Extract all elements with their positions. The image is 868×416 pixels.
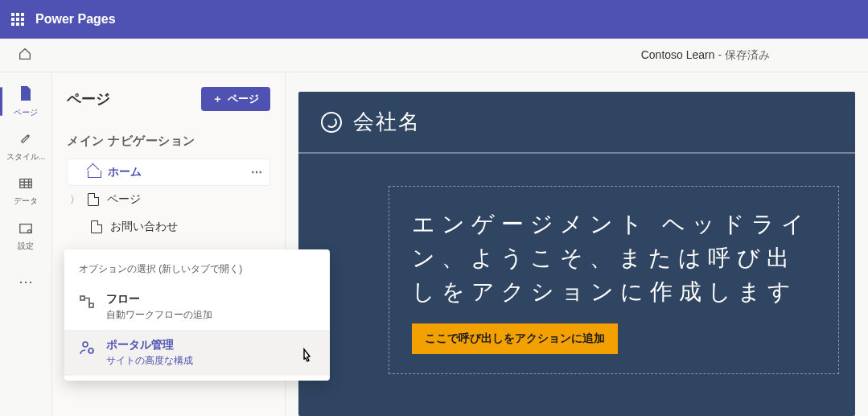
save-status: Contoso Learn - 保存済み bbox=[641, 48, 850, 63]
svg-rect-1 bbox=[20, 224, 31, 233]
svg-rect-0 bbox=[20, 179, 31, 187]
flyout-title: ポータル管理 bbox=[106, 338, 193, 352]
svg-point-5 bbox=[83, 342, 88, 347]
rail-item-data[interactable]: データ bbox=[0, 169, 52, 214]
rail-label: 設定 bbox=[18, 241, 34, 252]
page-preview: 会社名 エンゲージメント ヘッドライン、ようこそ、または呼び出しをアクションに作… bbox=[298, 92, 855, 416]
flyout-item-portal-admin[interactable]: ポータル管理 サイトの高度な構成 bbox=[64, 330, 330, 376]
home-icon[interactable] bbox=[18, 47, 32, 64]
page-icon bbox=[19, 85, 33, 104]
plus-icon: ＋ bbox=[212, 92, 223, 106]
add-page-label: ページ bbox=[228, 92, 259, 106]
more-icon: ⋯ bbox=[19, 274, 33, 289]
row-more-icon[interactable]: ⋯ bbox=[251, 166, 264, 179]
hero-headline[interactable]: エンゲージメント ヘッドライン、ようこそ、または呼び出しをアクションに作成します bbox=[412, 208, 816, 309]
settings-panel-icon bbox=[19, 222, 33, 237]
logo-icon bbox=[321, 112, 342, 133]
panel-title: ページ bbox=[67, 89, 110, 109]
flyout-title: フロー bbox=[106, 292, 212, 307]
flyout-item-flow[interactable]: フロー 自動ワークフローの追加 bbox=[64, 284, 330, 330]
brush-icon bbox=[19, 131, 33, 148]
app-bar: Power Pages bbox=[0, 0, 868, 39]
table-icon bbox=[19, 177, 33, 192]
rail-item-style[interactable]: スタイル... bbox=[0, 124, 52, 169]
person-settings-icon bbox=[79, 340, 95, 360]
sub-bar: Contoso Learn - 保存済み bbox=[0, 39, 868, 72]
nav-item-pages[interactable]: 〉 ページ bbox=[67, 186, 270, 213]
home-icon bbox=[88, 167, 100, 178]
flyout-subtitle: 自動ワークフローの追加 bbox=[106, 308, 212, 322]
nav-item-home[interactable]: ホーム ⋯ bbox=[67, 159, 270, 186]
rail-item-pages[interactable]: ページ bbox=[0, 79, 52, 124]
hero-section[interactable]: エンゲージメント ヘッドライン、ようこそ、または呼び出しをアクションに作成します… bbox=[389, 186, 839, 374]
rail-label: ページ bbox=[14, 107, 38, 118]
nav-label: ホーム bbox=[108, 165, 142, 179]
page-icon bbox=[88, 193, 99, 206]
svg-rect-3 bbox=[80, 296, 84, 300]
svg-point-2 bbox=[28, 229, 31, 233]
cursor-pointer-icon bbox=[299, 348, 314, 369]
rail-label: スタイル... bbox=[6, 151, 45, 163]
company-name[interactable]: 会社名 bbox=[353, 108, 421, 136]
chevron-right-icon: 〉 bbox=[70, 193, 80, 207]
nav-item-contact[interactable]: お問い合わせ bbox=[67, 213, 270, 241]
nav-section-label: メイン ナビゲーション bbox=[67, 134, 270, 149]
app-launcher-icon[interactable] bbox=[11, 13, 24, 26]
site-header: 会社名 bbox=[298, 92, 855, 154]
saved-suffix: - 保存済み bbox=[715, 48, 770, 61]
canvas-area: 会社名 エンゲージメント ヘッドライン、ようこそ、または呼び出しをアクションに作… bbox=[286, 72, 868, 416]
cta-button[interactable]: ここで呼び出しをアクションに追加 bbox=[412, 323, 618, 354]
add-page-button[interactable]: ＋ ページ bbox=[201, 87, 270, 111]
nav-label: お問い合わせ bbox=[110, 220, 178, 234]
rail-label: データ bbox=[14, 196, 38, 207]
brand-title: Power Pages bbox=[35, 12, 116, 27]
options-flyout: オプションの選択 (新しいタブで開く) フロー 自動ワークフローの追加 ポータル… bbox=[64, 249, 330, 381]
site-name: Contoso Learn bbox=[641, 48, 715, 61]
nav-label: ページ bbox=[107, 192, 141, 207]
flyout-subtitle: サイトの高度な構成 bbox=[106, 354, 193, 368]
rail-item-more[interactable]: ⋯ bbox=[0, 259, 52, 304]
page-icon bbox=[91, 220, 102, 233]
nav-rail: ページ スタイル... データ 設定 ⋯ bbox=[0, 72, 52, 416]
flow-icon bbox=[79, 294, 95, 314]
rail-item-setup[interactable]: 設定 bbox=[0, 214, 52, 259]
nav-tree: ホーム ⋯ 〉 ページ お問い合わせ bbox=[67, 159, 270, 241]
flyout-heading: オプションの選択 (新しいタブで開く) bbox=[64, 259, 330, 284]
